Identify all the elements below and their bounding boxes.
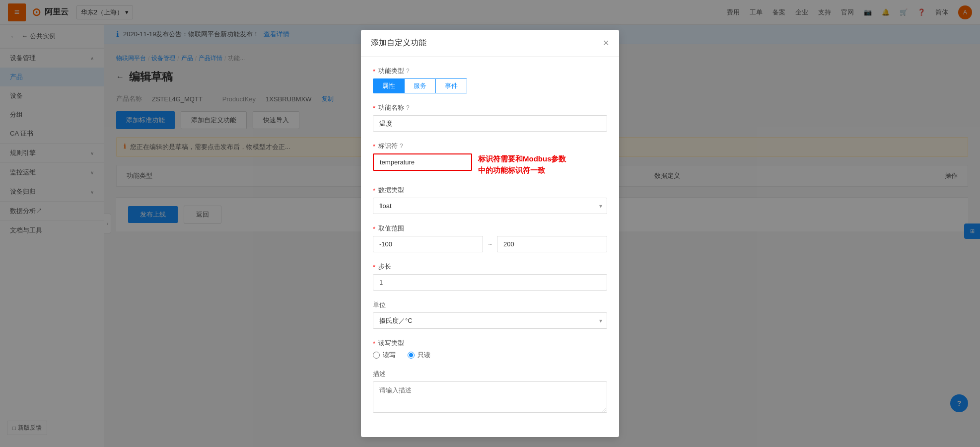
unit-select-wrap: 摄氏度／°C 华氏度／°F 开尔文／K 无 ▾ bbox=[373, 312, 607, 329]
identifier-label: * 标识符 ? bbox=[373, 142, 607, 150]
func-type-help-icon[interactable]: ? bbox=[406, 68, 410, 74]
desc-field: 描述 bbox=[373, 370, 607, 414]
identifier-field: * 标识符 ? 标识符需要和Modbus参数中的功能标识符一致 bbox=[373, 142, 607, 176]
step-input[interactable] bbox=[373, 274, 607, 291]
radio-input-rw[interactable] bbox=[373, 352, 380, 359]
range-row: ~ bbox=[373, 236, 607, 252]
radio-rw[interactable]: 读写 bbox=[373, 351, 396, 360]
modal-header: 添加自定义功能 ✕ bbox=[361, 30, 619, 57]
desc-label: 描述 bbox=[373, 370, 607, 378]
add-custom-modal: 添加自定义功能 ✕ * 功能类型 ? 属性 服务 事件 * bbox=[361, 30, 619, 437]
data-type-select[interactable]: float int double text date bool enum str… bbox=[373, 198, 607, 214]
range-max-input[interactable] bbox=[497, 236, 607, 252]
range-field: * 取值范围 ~ bbox=[373, 224, 607, 252]
range-separator: ~ bbox=[488, 240, 492, 248]
data-type-label: * 数据类型 bbox=[373, 186, 607, 195]
modal-close-btn[interactable]: ✕ bbox=[603, 38, 609, 48]
func-name-help-icon[interactable]: ? bbox=[406, 104, 410, 111]
desc-textarea[interactable] bbox=[373, 381, 607, 413]
tab-property[interactable]: 属性 bbox=[373, 79, 404, 93]
rw-radio-group: 读写 只读 bbox=[373, 351, 607, 360]
tab-service[interactable]: 服务 bbox=[404, 79, 435, 93]
data-type-select-wrap: float int double text date bool enum str… bbox=[373, 198, 607, 214]
rw-type-label: * 读写类型 bbox=[373, 339, 607, 348]
func-type-tabs: 属性 服务 事件 bbox=[373, 78, 467, 93]
func-name-label: * 功能名称 ? bbox=[373, 103, 607, 112]
range-min-input[interactable] bbox=[373, 236, 483, 252]
radio-ro[interactable]: 只读 bbox=[408, 351, 430, 360]
modal-title: 添加自定义功能 bbox=[371, 38, 426, 48]
identifier-help-icon[interactable]: ? bbox=[400, 143, 403, 149]
step-field: * 步长 bbox=[373, 262, 607, 291]
func-name-field: * 功能名称 ? bbox=[373, 103, 607, 132]
unit-select[interactable]: 摄氏度／°C 华氏度／°F 开尔文／K 无 bbox=[373, 312, 607, 329]
range-label: * 取值范围 bbox=[373, 224, 607, 233]
rw-type-field: * 读写类型 读写 只读 bbox=[373, 339, 607, 360]
func-type-label: * 功能类型 ? bbox=[373, 67, 607, 75]
func-name-input[interactable] bbox=[373, 115, 607, 132]
unit-field: 单位 摄氏度／°C 华氏度／°F 开尔文／K 无 ▾ bbox=[373, 300, 607, 329]
unit-label: 单位 bbox=[373, 300, 607, 309]
step-label: * 步长 bbox=[373, 262, 607, 271]
func-type-field: * 功能类型 ? 属性 服务 事件 bbox=[373, 67, 607, 93]
modal-body: * 功能类型 ? 属性 服务 事件 * 功能名称 ? bbox=[361, 57, 619, 437]
tab-event[interactable]: 事件 bbox=[435, 79, 467, 93]
annotation-text: 标识符需要和Modbus参数中的功能标识符一致 bbox=[478, 153, 566, 176]
modal-overlay: 添加自定义功能 ✕ * 功能类型 ? 属性 服务 事件 * bbox=[0, 0, 980, 447]
radio-input-ro[interactable] bbox=[408, 352, 415, 359]
data-type-field: * 数据类型 float int double text date bool e… bbox=[373, 186, 607, 214]
identifier-input[interactable] bbox=[373, 153, 472, 171]
